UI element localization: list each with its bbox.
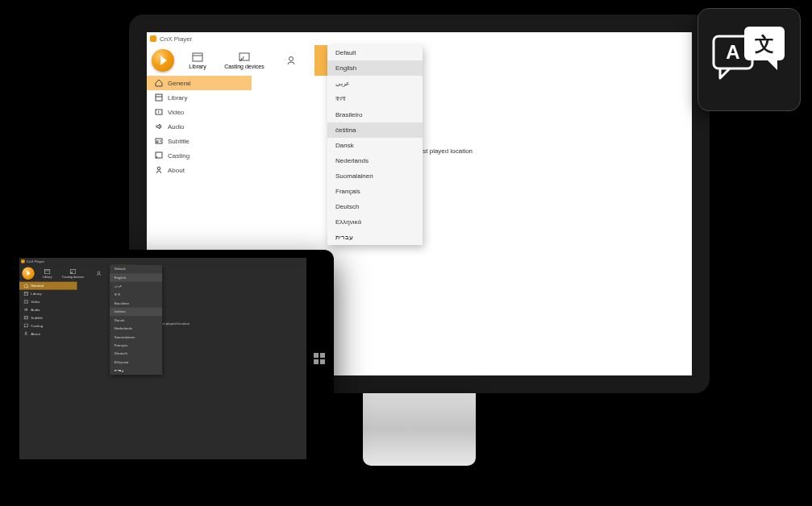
- sidebar-item-label: Audio: [168, 123, 184, 131]
- toolbar-library-label: Library: [43, 275, 52, 278]
- about-icon: [155, 166, 163, 174]
- svg-rect-22: [70, 269, 76, 273]
- sidebar-item-general[interactable]: General: [147, 76, 252, 90]
- svg-point-19: [157, 167, 160, 170]
- svg-rect-2: [239, 53, 249, 60]
- subtitle-icon: [155, 137, 163, 145]
- svg-rect-0: [193, 53, 202, 61]
- sidebar-item-video[interactable]: Video: [19, 298, 77, 306]
- library-icon: [155, 93, 163, 102]
- svg-rect-37: [320, 353, 325, 358]
- sidebar-item-label: About: [168, 167, 185, 174]
- play-button[interactable]: [22, 268, 34, 280]
- svg-rect-34: [24, 324, 27, 327]
- sidebar: GeneralLibraryVideoAudioSubtitleCastingA…: [19, 282, 77, 453]
- language-option[interactable]: Français: [110, 341, 162, 349]
- toolbar-casting[interactable]: Casting devices: [221, 45, 268, 76]
- language-option[interactable]: عربى: [110, 282, 162, 290]
- sidebar-item-audio[interactable]: Audio: [147, 119, 252, 134]
- monitor-stand: [363, 393, 476, 466]
- svg-point-3: [289, 57, 294, 61]
- content-text-system: ystem: [144, 286, 306, 290]
- svg-rect-36: [314, 353, 319, 358]
- general-icon: [155, 79, 163, 87]
- language-option[interactable]: עברית: [327, 230, 423, 245]
- language-option[interactable]: Deutsch: [110, 350, 162, 358]
- profile-icon: [96, 271, 102, 276]
- language-option[interactable]: עברית: [110, 367, 162, 375]
- app-icon: [150, 35, 156, 42]
- sidebar-item-general[interactable]: General: [19, 282, 77, 290]
- sidebar-item-label: Subtitle: [168, 138, 189, 145]
- toolbar-library[interactable]: Library: [35, 265, 60, 282]
- language-option[interactable]: Default: [110, 265, 162, 273]
- toolbar-library[interactable]: Library: [174, 45, 221, 76]
- language-option[interactable]: Suomalainen: [327, 168, 423, 184]
- language-option[interactable]: Français: [327, 184, 423, 199]
- toolbar-casting-label: Casting devices: [224, 64, 264, 69]
- sidebar-item-label: Video: [31, 300, 40, 304]
- language-option[interactable]: English: [110, 273, 162, 281]
- svg-point-35: [25, 332, 27, 334]
- sidebar-item-about[interactable]: About: [19, 330, 77, 338]
- svg-rect-38: [314, 359, 319, 364]
- sidebar-item-subtitle[interactable]: Subtitle: [19, 313, 77, 321]
- language-option[interactable]: Dansk: [327, 138, 423, 153]
- titlebar: CnX Player: [147, 32, 692, 45]
- sidebar-item-label: General: [31, 284, 44, 288]
- play-button[interactable]: [152, 49, 174, 72]
- language-option[interactable]: Suomalainen: [110, 333, 162, 341]
- windows-button-icon[interactable]: [313, 352, 326, 365]
- toolbar-profile[interactable]: [268, 45, 314, 76]
- translate-icon: A 文: [709, 23, 789, 96]
- language-dropdown[interactable]: DefaultEnglishعربىবাংলাBrasileiročeština…: [327, 45, 423, 245]
- app-title: CnX Player: [27, 259, 44, 263]
- sidebar-item-casting[interactable]: Casting: [19, 321, 77, 330]
- tablet-device: CnX Player Library Casting devices: [11, 250, 334, 467]
- sidebar-item-label: Video: [168, 109, 184, 116]
- language-option[interactable]: Brasileiro: [110, 299, 162, 307]
- language-option[interactable]: Ελληνικά: [110, 358, 162, 366]
- toolbar-casting[interactable]: Casting devices: [60, 265, 86, 282]
- sidebar-item-audio[interactable]: Audio: [19, 305, 77, 313]
- sidebar-item-library[interactable]: Library: [147, 90, 252, 105]
- sidebar-item-casting[interactable]: Casting: [147, 148, 252, 163]
- svg-point-23: [98, 272, 100, 274]
- language-option[interactable]: বাংলা: [110, 290, 162, 299]
- language-option[interactable]: বাংলা: [327, 91, 423, 107]
- language-option[interactable]: Deutsch: [327, 199, 423, 214]
- language-option[interactable]: Brasileiro: [327, 107, 423, 122]
- sidebar-item-label: Casting: [168, 152, 189, 160]
- casting-icon: [24, 323, 29, 328]
- language-option[interactable]: čeština: [110, 308, 162, 316]
- svg-text:A: A: [726, 41, 739, 63]
- content-text-system: ystem: [389, 84, 684, 91]
- language-option[interactable]: Nederlands: [327, 153, 423, 168]
- audio-icon: [24, 308, 29, 313]
- language-option[interactable]: English: [327, 60, 423, 76]
- language-option[interactable]: عربى: [327, 76, 423, 91]
- sidebar-item-label: Audio: [31, 308, 40, 312]
- sidebar-item-library[interactable]: Library: [19, 290, 77, 298]
- language-option[interactable]: Default: [327, 45, 423, 60]
- language-option[interactable]: Nederlands: [110, 325, 162, 333]
- toolbar: Library Casting devices: [19, 265, 306, 282]
- sidebar-item-label: Library: [168, 94, 187, 102]
- sidebar-item-about[interactable]: About: [147, 163, 252, 177]
- sidebar-item-label: Library: [31, 292, 41, 296]
- video-icon: [155, 108, 163, 116]
- app-window-dark: CnX Player Library Casting devices: [19, 258, 306, 453]
- about-icon: [24, 331, 29, 336]
- profile-icon: [285, 56, 297, 65]
- cast-icon: [70, 268, 77, 274]
- language-option[interactable]: Ελληνικά: [327, 214, 423, 230]
- toolbar-profile[interactable]: [86, 265, 112, 282]
- video-icon: [24, 300, 29, 305]
- language-option[interactable]: Dansk: [110, 316, 162, 324]
- svg-rect-18: [156, 152, 162, 158]
- language-dropdown[interactable]: DefaultEnglishعربىবাংলাBrasileiročeština…: [110, 265, 162, 375]
- sidebar-item-label: Casting: [31, 324, 43, 328]
- language-option[interactable]: čeština: [327, 122, 423, 138]
- sidebar-item-video[interactable]: Video: [147, 105, 252, 119]
- sidebar-item-subtitle[interactable]: Subtitle: [147, 134, 252, 148]
